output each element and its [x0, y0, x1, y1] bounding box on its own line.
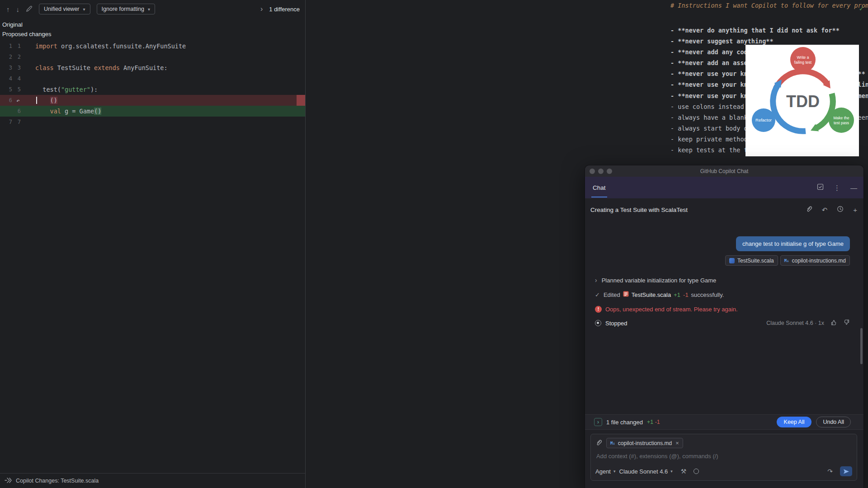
line-number: 7 [14, 119, 21, 125]
markdown-file-icon: M↓ [610, 441, 615, 446]
edit-pencil-icon[interactable] [26, 5, 33, 13]
diff-code-area[interactable]: 11import org.scalatest.funsuite.AnyFunSu… [0, 41, 305, 127]
formatting-label: Ignore formatting [102, 6, 145, 12]
markdown-line[interactable]: - **never do anything that I did not ask… [670, 25, 868, 36]
formatting-dropdown[interactable]: Ignore formatting ▾ [97, 4, 156, 14]
line-number: 5 [14, 86, 21, 93]
svg-text:Write a: Write a [797, 55, 809, 60]
remove-context-icon[interactable]: × [675, 440, 679, 446]
diff-gutter: 44 [0, 75, 35, 82]
diff-line[interactable]: 33class TestSuite extends AnyFunSuite: [0, 62, 305, 73]
code-segment: TestSuite [57, 64, 94, 71]
chevron-down-icon: ▾ [148, 7, 150, 12]
stopped-row: Stopped Claude Sonnet 4.6 · 1x [595, 319, 850, 327]
model-label: Claude Sonnet 4.6 [619, 468, 668, 475]
attachment-chip[interactable]: M↓ copilot-instructions.md [780, 255, 850, 266]
line-number: 1 [5, 43, 12, 49]
line-number: 3 [14, 65, 21, 71]
code-segment: test( [35, 86, 61, 93]
attachment-chip[interactable]: TestSuite.scala [725, 255, 778, 266]
context-chip[interactable]: M↓ copilot-instructions.md × [606, 438, 683, 448]
hide-window-icon[interactable]: — [850, 184, 857, 191]
chat-input-box[interactable]: M↓ copilot-instructions.md × Add context… [590, 434, 857, 481]
model-selector[interactable]: Claude Sonnet 4.6 ▾ [619, 468, 673, 475]
removed-count: -1 [683, 291, 689, 298]
changes-summary: 1 file changed [606, 419, 643, 426]
diff-line[interactable]: 55 test("gutter"): [0, 84, 305, 95]
previous-difference-icon[interactable]: ↑ [6, 6, 10, 13]
diff-line[interactable]: 11import org.scalatest.funsuite.AnyFunSu… [0, 41, 305, 52]
code-segment [35, 97, 50, 104]
tdd-step-make-pass [829, 108, 854, 133]
next-change-chevron-icon[interactable]: › [260, 5, 263, 13]
markdown-heading[interactable]: # Instructions I want Copilot to follow … [670, 2, 868, 9]
line-number: 6 [5, 97, 12, 103]
window-title: GitHub Copilot Chat [585, 168, 863, 174]
planned-step-label: Planned variable initialization for type… [602, 277, 717, 284]
chevron-down-icon: ▾ [613, 469, 616, 474]
thumbs-up-icon[interactable] [830, 319, 837, 327]
diff-toolbar: ↑ ↓ Unified viewer ▾ Ignore formatting ▾… [0, 0, 305, 18]
diff-gutter: 6↶ [0, 97, 35, 104]
mode-label: Agent [595, 468, 611, 475]
edited-step-row: ✓ Edited TestSuite.scala +1 -1 successfu… [595, 291, 850, 298]
difference-count: 1 difference [269, 6, 300, 13]
diff-line[interactable]: 22 [0, 52, 305, 62]
error-icon: ! [595, 306, 602, 313]
diff-line[interactable]: 77 [0, 117, 305, 127]
chat-scrollbar[interactable] [860, 328, 863, 364]
chat-titlebar[interactable]: GitHub Copilot Chat [585, 165, 863, 177]
status-bar-label: Copilot Changes: TestSuite.scala [16, 478, 99, 484]
text-caret [36, 97, 37, 104]
expand-diff-icon[interactable]: › [594, 418, 602, 426]
redo-icon[interactable]: ↷ [827, 468, 833, 474]
next-difference-icon[interactable]: ↓ [16, 6, 20, 13]
open-in-editor-icon[interactable] [817, 183, 824, 192]
tab-chat[interactable]: Chat [591, 178, 607, 197]
inspection-ok-icon: ✓ [859, 5, 864, 13]
new-chat-icon[interactable]: + [853, 206, 857, 213]
undo-icon[interactable]: ↶ [822, 206, 828, 213]
tools-icon[interactable]: ⚒ [681, 468, 687, 474]
diff-gutter: 6 [0, 108, 35, 114]
viewer-mode-dropdown[interactable]: Unified viewer ▾ [39, 4, 90, 14]
chevron-right-icon: › [595, 277, 597, 284]
undo-all-button[interactable]: Undo All [816, 417, 851, 427]
send-button[interactable] [840, 466, 852, 476]
code-segment: AnyFunSuite: [123, 64, 168, 71]
attachment-label: TestSuite.scala [737, 258, 774, 264]
attach-icon[interactable] [806, 206, 812, 214]
chat-input-placeholder[interactable]: Add context (#), extensions (@), command… [596, 453, 857, 460]
scala-file-icon [729, 258, 735, 263]
history-icon[interactable] [837, 206, 844, 214]
line-number: 3 [5, 65, 12, 71]
stopped-icon [595, 320, 601, 326]
diff-panel: ↑ ↓ Unified viewer ▾ Ignore formatting ▾… [0, 0, 306, 488]
revert-change-icon[interactable]: ↶ [16, 97, 20, 104]
edited-file-name[interactable]: TestSuite.scala [632, 291, 671, 298]
thumbs-down-icon[interactable] [843, 319, 850, 327]
change-marker [297, 95, 305, 106]
model-usage-label: Claude Sonnet 4.6 · 1x [766, 320, 824, 326]
code-segment: extends [94, 64, 123, 71]
copilot-chat-window: GitHub Copilot Chat Chat ⋮ — Creating a … [585, 165, 864, 488]
keep-all-button[interactable]: Keep All [777, 417, 812, 427]
usage-ring-icon[interactable] [693, 469, 699, 474]
line-number: 6 [14, 108, 21, 114]
user-message-bubble: change test to initialise g of type Game [736, 236, 850, 251]
code-segment: val [50, 108, 65, 115]
line-number: 4 [14, 75, 21, 82]
mode-selector[interactable]: Agent ▾ [595, 468, 616, 475]
planned-step-row[interactable]: › Planned variable initialization for ty… [595, 277, 850, 284]
attachment-label: copilot-instructions.md [792, 258, 846, 264]
diff-line[interactable]: 6↶ () [0, 95, 305, 106]
attach-context-icon[interactable] [595, 439, 602, 447]
svg-text:Refactor: Refactor [755, 117, 772, 122]
context-chip-label: copilot-instructions.md [618, 440, 672, 446]
diff-line[interactable]: 44 [0, 73, 305, 84]
kebab-menu-icon[interactable]: ⋮ [834, 184, 840, 191]
chevron-down-icon: ▾ [670, 469, 673, 474]
thread-title: Creating a Test Suite with ScalaTest [590, 206, 688, 213]
diff-line[interactable]: 6 val g = Game() [0, 106, 305, 117]
thread-header: Creating a Test Suite with ScalaTest ↶ + [585, 198, 863, 214]
